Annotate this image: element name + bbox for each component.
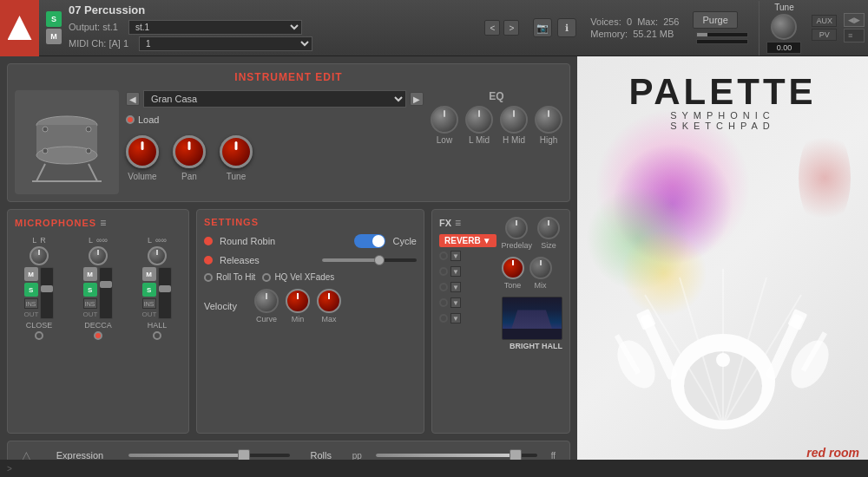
eq-lmid-knob[interactable] bbox=[465, 106, 493, 134]
fx-slot-4-radio[interactable] bbox=[439, 298, 448, 307]
load-radio[interactable] bbox=[126, 115, 135, 124]
mic-decca-m-btn[interactable]: M bbox=[83, 267, 97, 281]
expression-slider[interactable] bbox=[128, 454, 290, 457]
volume-knob[interactable] bbox=[126, 135, 159, 168]
palette-background: PALETTE SYMPHONIC SKETCHPAD bbox=[577, 56, 868, 477]
checkbox-row: Roll To Hit HQ Vel XFades bbox=[204, 272, 417, 282]
mix-knob[interactable] bbox=[529, 257, 552, 279]
mic-decca-knob[interactable] bbox=[89, 246, 108, 265]
cycle-toggle[interactable] bbox=[354, 234, 385, 248]
mic-close-s-btn[interactable]: S bbox=[24, 283, 38, 297]
info-icon[interactable]: ℹ bbox=[557, 18, 576, 37]
mic-menu-icon[interactable]: ≡ bbox=[100, 217, 107, 229]
reverb-button[interactable]: REVERB ▼ bbox=[439, 234, 496, 247]
aux-button[interactable]: AUX bbox=[812, 15, 837, 27]
tune-knob[interactable] bbox=[771, 14, 797, 40]
mic-close-m-btn[interactable]: M bbox=[24, 267, 38, 281]
palette-title-group: PALETTE SYMPHONIC SKETCHPAD bbox=[628, 74, 816, 131]
fx-right: Predelay Size Tone bbox=[502, 217, 571, 426]
mic-decca-ins[interactable]: INS bbox=[83, 298, 97, 309]
tune-knob-ie[interactable] bbox=[220, 135, 253, 168]
predelay-knob[interactable] bbox=[505, 217, 528, 239]
eq-high-knob[interactable] bbox=[535, 106, 562, 134]
curve-knob[interactable] bbox=[254, 289, 279, 313]
midi-select[interactable]: 1 bbox=[139, 36, 312, 51]
mic-hall-radio[interactable] bbox=[153, 331, 161, 340]
s-button[interactable]: S bbox=[46, 11, 62, 27]
orchestra-silhouette bbox=[593, 225, 853, 442]
prev-button[interactable]: < bbox=[484, 20, 500, 36]
palette-subtitle: SYMPHONIC SKETCHPAD bbox=[628, 110, 816, 131]
output-select[interactable]: st.1 bbox=[128, 20, 302, 35]
hq-vel-checkbox[interactable] bbox=[262, 273, 271, 282]
fx-menu-icon[interactable]: ≡ bbox=[455, 217, 461, 229]
settings-inner: Round Robin Cycle Releases bbox=[204, 234, 417, 323]
tune-value: 0.00 bbox=[766, 42, 801, 54]
tab-2[interactable]: ≡ bbox=[844, 29, 865, 42]
releases-label: Releases bbox=[220, 255, 315, 265]
mic-decca-fader[interactable] bbox=[99, 267, 113, 319]
tab-1[interactable]: ◀▶ bbox=[844, 13, 865, 27]
purge-section: Purge bbox=[686, 11, 759, 44]
fx-slot-5-radio[interactable] bbox=[439, 314, 448, 323]
velocity-row: Velocity Curve Min Max bbox=[204, 289, 417, 323]
round-robin-row: Round Robin Cycle bbox=[204, 234, 417, 248]
orchestra-svg bbox=[593, 225, 853, 442]
camera-icon[interactable]: 📷 bbox=[533, 18, 552, 37]
bright-hall-preview[interactable] bbox=[502, 297, 562, 340]
eq-hmid-knob[interactable] bbox=[500, 106, 528, 134]
preset-select[interactable]: Gran Casa bbox=[143, 90, 406, 108]
roll-to-hit-checkbox[interactable] bbox=[204, 273, 213, 282]
fx-slot-1-dropdown[interactable]: ▼ bbox=[450, 251, 461, 261]
splash-red bbox=[799, 126, 851, 230]
eq-low-knob[interactable] bbox=[431, 106, 458, 134]
mix-label: Mix bbox=[535, 281, 547, 290]
min-knob[interactable] bbox=[286, 289, 310, 313]
fx-slot-1-radio[interactable] bbox=[439, 252, 448, 260]
size-knob[interactable] bbox=[537, 217, 560, 239]
next-button[interactable]: > bbox=[503, 20, 519, 36]
mic-hall-s-btn[interactable]: S bbox=[142, 283, 156, 297]
mic-close-radio[interactable] bbox=[35, 331, 43, 340]
preset-prev-arrow[interactable]: ◀ bbox=[126, 92, 140, 106]
reverb-label: REVERB bbox=[444, 236, 481, 245]
drum-image bbox=[15, 90, 119, 194]
eq-high-container: High bbox=[535, 106, 562, 145]
tone-knob[interactable] bbox=[502, 257, 524, 279]
purge-button[interactable]: Purge bbox=[693, 11, 737, 29]
fx-slot-2-radio[interactable] bbox=[439, 267, 448, 276]
logo-shape bbox=[8, 16, 32, 40]
pv-button[interactable]: PV bbox=[812, 29, 837, 41]
max-knob[interactable] bbox=[317, 289, 341, 313]
fx-slot-5-dropdown[interactable]: ▼ bbox=[450, 313, 461, 323]
mic-hall-knob[interactable] bbox=[148, 246, 167, 265]
mic-close-fader[interactable] bbox=[40, 267, 54, 319]
hall-floor bbox=[503, 329, 562, 339]
round-robin-radio[interactable] bbox=[204, 237, 213, 245]
m-button[interactable]: M bbox=[46, 29, 62, 44]
mic-close-knob[interactable] bbox=[30, 246, 49, 265]
fx-slot-3-radio[interactable] bbox=[439, 283, 448, 291]
volume-label: Volume bbox=[128, 172, 156, 181]
fx-slot-4-dropdown[interactable]: ▼ bbox=[450, 297, 461, 308]
releases-slider[interactable] bbox=[322, 258, 418, 262]
rolls-slider[interactable] bbox=[376, 454, 537, 457]
mic-hall-m-btn[interactable]: M bbox=[142, 267, 156, 281]
pan-knob[interactable] bbox=[173, 135, 206, 168]
fx-slot-2-dropdown[interactable]: ▼ bbox=[450, 266, 461, 277]
releases-radio[interactable] bbox=[204, 256, 213, 265]
fx-slot-3-dropdown[interactable]: ▼ bbox=[450, 282, 461, 292]
main-content: INSTRUMENT EDIT bbox=[0, 56, 868, 477]
mic-decca-radio[interactable] bbox=[94, 331, 102, 340]
preset-next-arrow[interactable]: ▶ bbox=[410, 92, 424, 106]
mic-decca-s-btn[interactable]: S bbox=[83, 283, 97, 297]
pan-label: Pan bbox=[181, 172, 197, 181]
mic-hall-fader[interactable] bbox=[158, 267, 172, 319]
hall-room bbox=[503, 297, 562, 339]
mic-close-ins[interactable]: INS bbox=[24, 298, 38, 309]
mic-hall-name: HALL bbox=[148, 321, 168, 330]
mic-hall-ins[interactable]: INS bbox=[142, 298, 156, 309]
topbar-info: 07 Percussion Output: st.1 st.1 MIDI Ch:… bbox=[62, 0, 477, 56]
tune-knob-container: Tune bbox=[220, 135, 253, 181]
instrument-edit-title: INSTRUMENT EDIT bbox=[15, 71, 562, 83]
